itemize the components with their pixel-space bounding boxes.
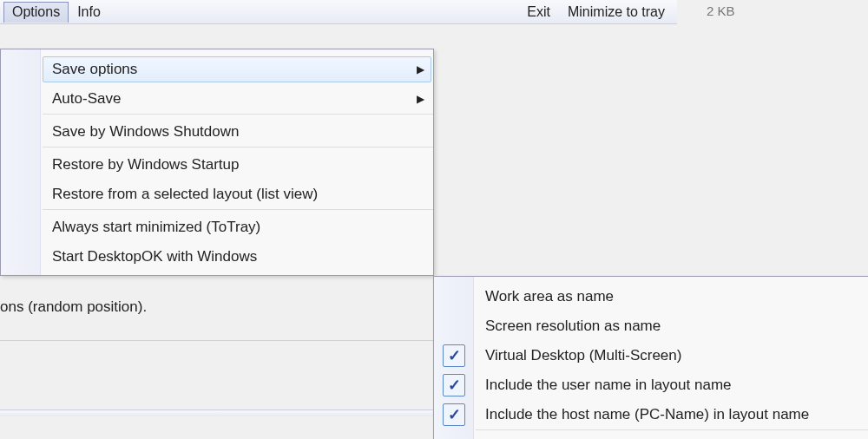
menu-separator [476,429,868,430]
options-menu-item[interactable]: Start DesktopOK with Windows [1,242,433,272]
background-divider [0,340,434,341]
menu-exit[interactable]: Exit [518,2,559,23]
background-text: ons (random position). [0,298,147,316]
options-menu-item[interactable]: Save options▶ [1,55,433,84]
menu-item-label: Save by Windows Shutdown [43,123,431,141]
checkmark-icon: ✓ [443,374,465,396]
options-menu-item[interactable]: Always start minimized (ToTray) [1,213,433,242]
menu-separator [43,147,433,147]
menu-separator [43,114,433,115]
options-menu-item[interactable]: Restore by Windows Startup [1,150,433,180]
menu-info[interactable]: Info [69,2,109,23]
save-options-submenu-item[interactable]: ✓Include the host name (PC-Name) in layo… [434,400,868,429]
save-options-submenu-item[interactable]: Screen resolution as name [434,311,868,341]
checkmark-icon: ✓ [443,344,465,367]
menu-item-label: Auto-Save [43,90,410,108]
menu-separator [43,209,433,210]
menu-options[interactable]: Options [3,2,69,23]
save-options-submenu: Work area as nameScreen resolution as na… [433,276,868,439]
save-options-submenu-item[interactable]: ✓Virtual Desktop (Multi-Screen) [434,341,868,370]
save-options-submenu-item[interactable]: Work area as name [434,282,868,311]
options-menu: Save options▶Auto-Save▶Save by Windows S… [0,49,434,276]
options-menu-item[interactable]: Auto-Save▶ [1,84,433,114]
submenu-arrow-icon: ▶ [410,93,431,105]
menu-item-label: Work area as name [477,288,865,305]
save-options-submenu-item[interactable]: ✓Include the user name in layout name [434,370,868,400]
save-options-submenu-item[interactable]: Edit INI [434,433,868,439]
menubar: Options Info Exit Minimize to tray [0,0,677,24]
menu-item-label: Virtual Desktop (Multi-Screen) [477,347,865,364]
menu-item-label: Restore from a selected layout (list vie… [43,186,431,203]
menu-minimize[interactable]: Minimize to tray [559,2,674,23]
submenu-arrow-icon: ▶ [410,63,431,75]
menu-item-label: Include the user name in layout name [477,377,865,394]
menu-item-label: Start DesktopOK with Windows [43,248,431,265]
check-slot: ✓ [434,374,474,396]
checkmark-icon: ✓ [443,403,465,426]
menu-item-label: Restore by Windows Startup [43,156,431,174]
menu-item-label: Screen resolution as name [477,318,865,335]
options-menu-item[interactable]: Restore from a selected layout (list vie… [1,180,433,209]
check-slot: ✓ [434,344,474,367]
menu-item-label: Include the host name (PC-Name) in layou… [477,406,865,423]
check-slot: ✓ [434,403,474,426]
background-statusbar [0,410,434,416]
options-menu-item[interactable]: Save by Windows Shutdown [1,117,433,147]
menu-item-label: Always start minimized (ToTray) [43,219,431,236]
menu-item-label: Save options [43,61,410,78]
file-size-label: 2 KB [686,0,756,22]
